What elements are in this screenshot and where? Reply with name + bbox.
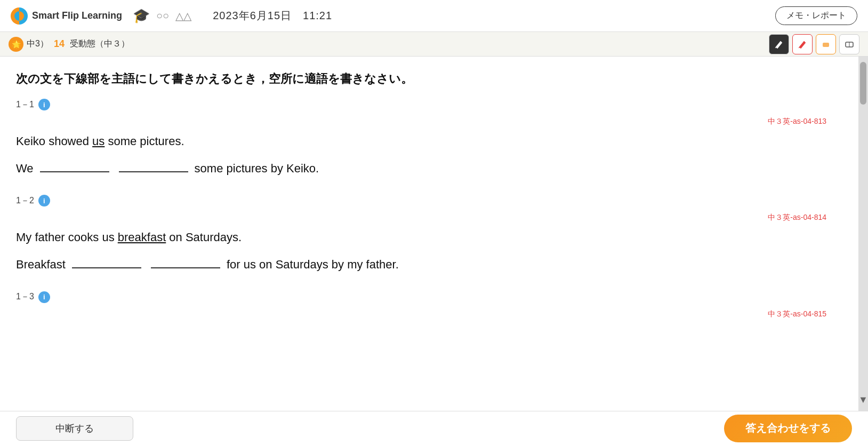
code-label-1-3: 中３英-as-04-815: [16, 309, 826, 319]
cancel-button[interactable]: 中断する: [16, 416, 133, 441]
logo-area: Smart Flip Learning: [11, 7, 122, 25]
question-block-1-1: 1－1 i 中３英-as-04-813 Keiko showed us some…: [16, 99, 826, 179]
tool-buttons: [769, 34, 859, 54]
question-number-1-2: 1－2 i: [16, 195, 826, 206]
blank-1-2-b[interactable]: [151, 253, 220, 268]
question-block-1-2: 1－2 i 中３英-as-04-814 My father cooks us b…: [16, 195, 826, 275]
lesson-number: 14: [54, 38, 65, 50]
code-label-1-1: 中３英-as-04-813: [16, 117, 826, 126]
datetime: 2023年6月15日 11:21: [213, 9, 332, 23]
memo-report-button[interactable]: メモ・レポート: [775, 6, 857, 25]
original-sentence-1-2: My father cooks us breakfast on Saturday…: [16, 227, 826, 248]
blank-1-1-a[interactable]: [40, 157, 109, 172]
app-title: Smart Flip Learning: [32, 10, 122, 21]
lesson-title: 受動態（中３）: [70, 38, 130, 50]
grade-icon: 🌟: [9, 37, 23, 52]
black-pen-button[interactable]: [769, 34, 789, 54]
red-pen-button[interactable]: [792, 34, 813, 54]
scrollbar-thumb[interactable]: [860, 62, 866, 105]
original-sentence-1-1: Keiko showed us some pictures.: [16, 131, 826, 152]
instruction-text: 次の文を下線部を主語にして書きかえるとき，空所に適語を書きなさい。: [16, 69, 826, 88]
fill-sentence-1-2: Breakfast for us on Saturdays by my fath…: [16, 253, 826, 275]
scrollbar[interactable]: ▼: [858, 57, 868, 411]
logo-icon: [11, 7, 28, 25]
svg-rect-1: [823, 43, 829, 47]
content-area: 次の文を下線部を主語にして書きかえるとき，空所に適語を書きなさい。 1－1 i …: [0, 57, 858, 411]
score-circles: ○○: [156, 10, 169, 22]
main-content: 次の文を下線部を主語にして書きかえるとき，空所に適語を書きなさい。 1－1 i …: [0, 57, 868, 411]
orange-pen-button[interactable]: [816, 34, 836, 54]
code-label-1-2: 中３英-as-04-814: [16, 213, 826, 222]
underline-word-1-1: us: [92, 134, 105, 148]
question-number-1-3: 1－3 i: [16, 291, 826, 303]
question-block-1-3: 1－3 i 中３英-as-04-815: [16, 291, 826, 319]
info-icon-1-1[interactable]: i: [38, 99, 50, 110]
avatar-icon: 🎓: [133, 7, 150, 24]
info-icon-1-3[interactable]: i: [38, 291, 50, 303]
question-number-1-1: 1－1 i: [16, 99, 826, 110]
underline-word-1-2: breakfast: [118, 231, 166, 244]
score-triangles: △△: [175, 10, 191, 22]
blank-1-1-b[interactable]: [119, 157, 188, 172]
info-icon-1-2[interactable]: i: [38, 195, 50, 206]
user-icons: 🎓 ○○ △△: [133, 7, 191, 24]
scroll-down-arrow[interactable]: ▼: [858, 394, 868, 406]
sub-header: 🌟 中3） 14 受動態（中３）: [0, 32, 868, 57]
submit-button[interactable]: 答え合わせをする: [724, 415, 852, 442]
grade-badge: 🌟 中3） 14 受動態（中３）: [9, 37, 130, 52]
blank-1-2-a[interactable]: [72, 253, 141, 268]
header: Smart Flip Learning 🎓 ○○ △△ 2023年6月15日 1…: [0, 0, 868, 32]
grade-label: 中3）: [27, 38, 49, 50]
fill-sentence-1-1: We some pictures by Keiko.: [16, 157, 826, 179]
eraser-button[interactable]: [839, 34, 859, 54]
footer: 中断する 答え合わせをする: [0, 411, 868, 445]
